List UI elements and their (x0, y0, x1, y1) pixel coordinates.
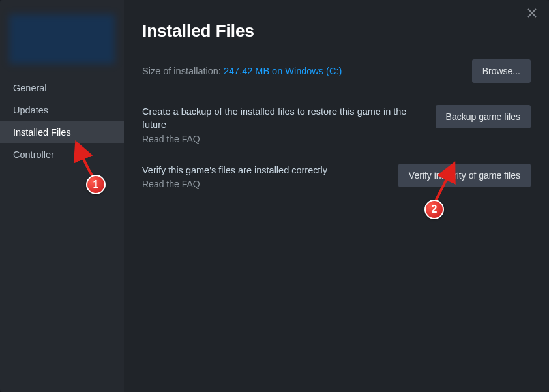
install-size-row: Size of installation: 247.42 MB on Windo… (142, 59, 531, 83)
sidebar-item-general[interactable]: General (0, 77, 124, 99)
backup-faq-link[interactable]: Read the FAQ (142, 133, 200, 146)
backup-button[interactable]: Backup game files (436, 105, 531, 128)
browse-button[interactable]: Browse... (472, 59, 531, 83)
sidebar-item-updates[interactable]: Updates (0, 99, 124, 121)
sidebar: General Updates Installed Files Controll… (0, 0, 124, 392)
install-size-value: 247.42 MB on Windows (C:) (224, 66, 342, 76)
page-title: Installed Files (142, 21, 531, 41)
properties-window: General Updates Installed Files Controll… (0, 0, 549, 392)
verify-button[interactable]: Verify integrity of game files (398, 164, 531, 187)
close-icon (527, 8, 537, 18)
game-thumbnail (9, 14, 115, 64)
backup-text: Create a backup of the installed files t… (142, 105, 423, 145)
sidebar-item-installed-files[interactable]: Installed Files (0, 121, 124, 143)
install-size-label: Size of installation: (142, 66, 224, 76)
close-button[interactable] (527, 8, 540, 21)
sidebar-item-controller[interactable]: Controller (0, 143, 124, 166)
verify-text: Verify this game's files are installed c… (142, 164, 327, 191)
verify-section: Verify this game's files are installed c… (142, 164, 531, 191)
verify-faq-link[interactable]: Read the FAQ (142, 178, 200, 191)
install-size-text: Size of installation: 247.42 MB on Windo… (142, 66, 342, 76)
main-panel: Installed Files Size of installation: 24… (124, 0, 549, 392)
verify-desc: Verify this game's files are installed c… (142, 164, 327, 177)
backup-desc: Create a backup of the installed files t… (142, 105, 423, 132)
backup-section: Create a backup of the installed files t… (142, 105, 531, 145)
